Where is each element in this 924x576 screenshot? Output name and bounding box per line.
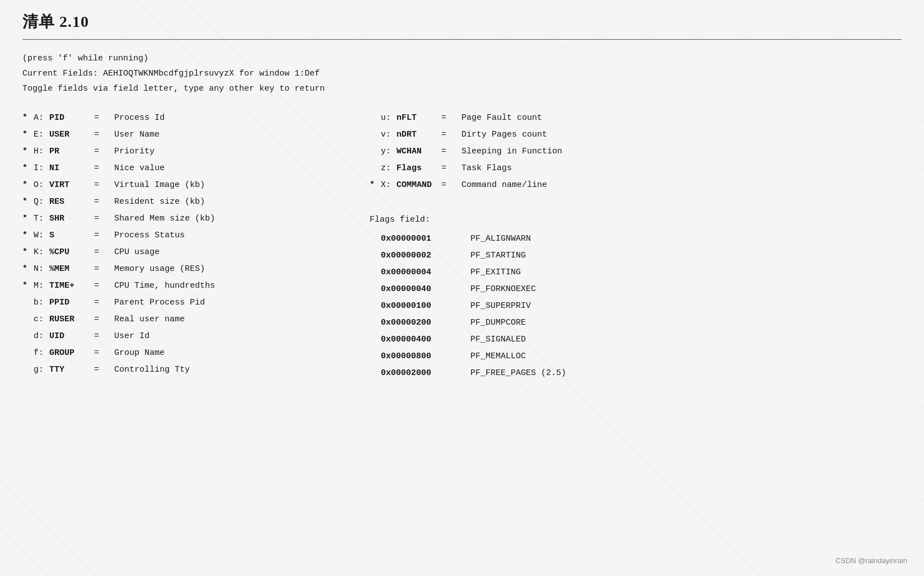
left-field-row: d:UID = User Id xyxy=(22,328,358,345)
right-fields-container: u:nFLT = Page Fault count v:nDRT = Dirty… xyxy=(370,110,902,194)
field-name: PID xyxy=(49,110,94,127)
field-desc: Controlling Tty xyxy=(114,362,190,378)
field-letter: z: xyxy=(381,160,396,177)
left-field-row: * Q:RES = Resident size (kb) xyxy=(22,194,358,210)
field-star: * xyxy=(22,110,34,127)
flag-row: 0x00000004PF_EXITING xyxy=(370,264,902,281)
field-desc: Resident size (kb) xyxy=(114,194,205,210)
field-desc: Command name/line xyxy=(461,177,547,194)
field-name: SHR xyxy=(49,210,94,227)
field-name: TIME+ xyxy=(49,278,94,294)
field-star: * xyxy=(22,244,34,261)
field-eq: = xyxy=(94,261,114,278)
field-letter: I: xyxy=(34,160,49,177)
field-letter: K: xyxy=(34,244,49,261)
left-field-row: b:PPID = Parent Process Pid xyxy=(22,294,358,311)
field-eq: = xyxy=(94,227,114,244)
field-eq: = xyxy=(441,177,461,194)
field-letter: y: xyxy=(381,143,396,160)
field-name: GROUP xyxy=(49,345,94,362)
flag-name: PF_SUPERPRIV xyxy=(470,298,531,315)
field-eq: = xyxy=(94,278,114,294)
flag-name: PF_EXITING xyxy=(470,264,521,281)
flag-name: PF_STARTING xyxy=(470,247,526,264)
field-name: nFLT xyxy=(396,110,441,127)
field-star: * xyxy=(22,261,34,278)
field-desc: Parent Process Pid xyxy=(114,294,205,311)
field-eq: = xyxy=(94,244,114,261)
title-divider xyxy=(22,39,902,40)
left-field-row: * K:%CPU = CPU usage xyxy=(22,244,358,261)
left-field-row: * H:PR = Priority xyxy=(22,143,358,160)
right-field-row: * X:COMMAND = Command name/line xyxy=(370,177,902,194)
field-desc: Memory usage (RES) xyxy=(114,261,205,278)
field-name: PPID xyxy=(49,294,94,311)
fields-grid: * A:PID = Process Id* E:USER = User Name… xyxy=(22,110,902,382)
field-name: UID xyxy=(49,328,94,345)
content: 清单 2.10 (press 'f' while running) Curren… xyxy=(22,11,902,382)
flag-name: PF_FORKNOEXEC xyxy=(470,281,536,298)
field-desc: Shared Mem size (kb) xyxy=(114,210,215,227)
header-line-1: (press 'f' while running) xyxy=(22,51,902,66)
field-star: * xyxy=(22,127,34,143)
field-star: * xyxy=(22,143,34,160)
field-letter: W: xyxy=(34,227,49,244)
field-letter: N: xyxy=(34,261,49,278)
field-letter: d: xyxy=(34,328,49,345)
left-column: * A:PID = Process Id* E:USER = User Name… xyxy=(22,110,358,382)
header-section: (press 'f' while running) Current Fields… xyxy=(22,51,902,96)
flag-hex: 0x00000400 xyxy=(381,331,470,348)
left-field-row: * T:SHR = Shared Mem size (kb) xyxy=(22,210,358,227)
field-letter: A: xyxy=(34,110,49,127)
field-letter: M: xyxy=(34,278,49,294)
field-name: S xyxy=(49,227,94,244)
right-field-row: v:nDRT = Dirty Pages count xyxy=(370,127,902,143)
field-letter: v: xyxy=(381,127,396,143)
right-field-row: u:nFLT = Page Fault count xyxy=(370,110,902,127)
flag-hex: 0x00000040 xyxy=(381,281,470,298)
left-field-row: g:TTY = Controlling Tty xyxy=(22,362,358,378)
field-eq: = xyxy=(94,362,114,378)
field-eq: = xyxy=(94,160,114,177)
field-star: * xyxy=(22,194,34,210)
field-letter: b: xyxy=(34,294,49,311)
field-eq: = xyxy=(94,110,114,127)
header-line-2: Current Fields: AEHIOQTWKNMbcdfgjplrsuvy… xyxy=(22,66,902,81)
flag-row: 0x00000100PF_SUPERPRIV xyxy=(370,298,902,315)
field-eq: = xyxy=(94,127,114,143)
field-name: COMMAND xyxy=(396,177,441,194)
left-field-row: * O:VIRT = Virtual Image (kb) xyxy=(22,177,358,194)
field-desc: Page Fault count xyxy=(461,110,542,127)
flag-hex: 0x00000001 xyxy=(381,231,470,247)
field-desc: CPU Time, hundredths xyxy=(114,278,215,294)
field-desc: CPU usage xyxy=(114,244,160,261)
flag-name: PF_FREE_PAGES (2.5) xyxy=(470,365,566,382)
field-name: nDRT xyxy=(396,127,441,143)
field-letter: f: xyxy=(34,345,49,362)
field-eq: = xyxy=(94,345,114,362)
field-name: USER xyxy=(49,127,94,143)
flag-hex: 0x00000004 xyxy=(381,264,470,281)
field-letter: g: xyxy=(34,362,49,378)
flags-label: Flags field: xyxy=(370,212,902,228)
flag-row: 0x00000800PF_MEMALLOC xyxy=(370,348,902,365)
field-name: VIRT xyxy=(49,177,94,194)
flag-hex: 0x00000800 xyxy=(381,348,470,365)
blank-row xyxy=(370,194,902,210)
field-name: TTY xyxy=(49,362,94,378)
field-star: * xyxy=(22,177,34,194)
field-eq: = xyxy=(94,328,114,345)
field-letter: u: xyxy=(381,110,396,127)
field-star: * xyxy=(370,177,381,194)
field-eq: = xyxy=(94,210,114,227)
page-container: 清单 2.10 (press 'f' while running) Curren… xyxy=(0,0,924,576)
left-field-row: c:RUSER = Real user name xyxy=(22,311,358,328)
field-name: NI xyxy=(49,160,94,177)
field-letter: H: xyxy=(34,143,49,160)
right-field-row: z:Flags = Task Flags xyxy=(370,160,902,177)
left-field-row: * A:PID = Process Id xyxy=(22,110,358,127)
field-name: RES xyxy=(49,194,94,210)
flag-row: 0x00002000PF_FREE_PAGES (2.5) xyxy=(370,365,902,382)
field-star: * xyxy=(22,210,34,227)
csdn-watermark: CSDN @raindayinrain xyxy=(836,556,907,565)
